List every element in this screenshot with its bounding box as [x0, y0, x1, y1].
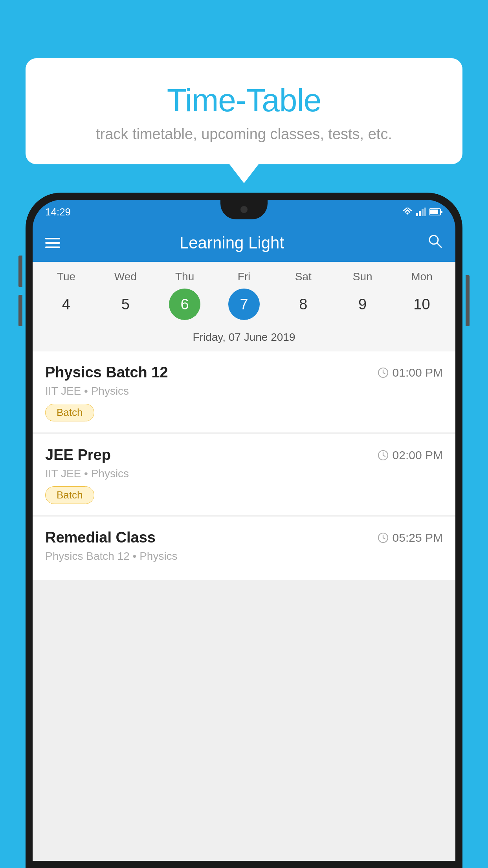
day-numbers: 4 5 6 7 8 9 10: [33, 289, 455, 327]
hamburger-line3: [45, 246, 60, 248]
app-bar: Learning Light: [33, 224, 455, 262]
tooltip-title: Time-Table: [41, 82, 447, 119]
search-button[interactable]: [427, 233, 443, 253]
volume-up-button: [18, 256, 22, 287]
day-8[interactable]: 8: [288, 289, 319, 320]
selected-date-label: Friday, 07 June 2019: [33, 327, 455, 351]
svg-point-7: [429, 235, 438, 244]
battery-icon: [429, 208, 443, 216]
phone-screen: 14:29: [33, 200, 455, 861]
day-label-sat: Sat: [288, 270, 319, 283]
day-7-selected[interactable]: 7: [228, 289, 260, 320]
svg-line-8: [437, 243, 441, 247]
notch: [220, 200, 268, 219]
class-card-3[interactable]: Remedial Class 05:25 PM Physics Batch 12…: [33, 517, 455, 580]
card-3-title: Remedial Class: [45, 529, 156, 546]
card-2-badge: Batch: [45, 486, 94, 504]
svg-rect-0: [416, 213, 418, 216]
volume-down-button: [18, 295, 22, 326]
day-label-thu: Thu: [169, 270, 200, 283]
wifi-icon: [402, 208, 413, 216]
card-2-header: JEE Prep 02:00 PM: [45, 447, 443, 463]
svg-line-14: [383, 455, 385, 456]
status-icons: [402, 208, 443, 216]
day-5[interactable]: 5: [110, 289, 141, 320]
hamburger-line1: [45, 238, 60, 239]
svg-rect-1: [419, 211, 421, 216]
day-10[interactable]: 10: [406, 289, 437, 320]
class-list: Physics Batch 12 01:00 PM IIT JEE • Phys…: [33, 351, 455, 861]
day-9[interactable]: 9: [347, 289, 378, 320]
svg-rect-5: [430, 210, 438, 214]
day-4[interactable]: 4: [50, 289, 82, 320]
app-title: Learning Light: [72, 234, 415, 252]
clock-icon-3: [378, 532, 389, 543]
svg-rect-3: [424, 208, 426, 216]
card-2-time-text: 02:00 PM: [393, 449, 443, 462]
card-3-header: Remedial Class 05:25 PM: [45, 529, 443, 546]
card-1-time: 01:00 PM: [378, 366, 443, 379]
day-label-mon: Mon: [406, 270, 437, 283]
card-1-time-text: 01:00 PM: [393, 366, 443, 379]
tooltip-card: Time-Table track timetable, upcoming cla…: [26, 58, 462, 164]
svg-line-11: [383, 373, 385, 374]
signal-icon: [416, 208, 426, 216]
day-label-fri: Fri: [228, 270, 260, 283]
card-2-subtitle: IIT JEE • Physics: [45, 467, 443, 480]
calendar-strip: Tue Wed Thu Fri Sat Sun Mon 4 5 6 7 8 9 …: [33, 262, 455, 351]
card-1-badge: Batch: [45, 404, 94, 421]
svg-line-17: [383, 538, 385, 539]
clock-icon-1: [378, 367, 389, 378]
card-1-subtitle: IIT JEE • Physics: [45, 385, 443, 397]
day-6-today[interactable]: 6: [169, 289, 200, 320]
hamburger-line2: [45, 242, 60, 244]
card-2-time: 02:00 PM: [378, 449, 443, 462]
card-3-time-text: 05:25 PM: [393, 531, 443, 544]
card-3-subtitle: Physics Batch 12 • Physics: [45, 550, 443, 563]
card-2-title: JEE Prep: [45, 447, 111, 463]
day-label-sun: Sun: [347, 270, 378, 283]
card-1-header: Physics Batch 12 01:00 PM: [45, 364, 443, 381]
status-time: 14:29: [45, 206, 71, 218]
class-card-2[interactable]: JEE Prep 02:00 PM IIT JEE • Physics Batc…: [33, 434, 455, 515]
phone-frame: 14:29: [26, 193, 462, 868]
menu-button[interactable]: [45, 238, 60, 248]
card-1-title: Physics Batch 12: [45, 364, 168, 381]
power-button: [466, 275, 470, 326]
screen-content: Tue Wed Thu Fri Sat Sun Mon 4 5 6 7 8 9 …: [33, 262, 455, 861]
svg-rect-6: [441, 211, 442, 213]
tooltip-subtitle: track timetable, upcoming classes, tests…: [41, 126, 447, 143]
svg-rect-2: [422, 209, 424, 216]
day-label-wed: Wed: [110, 270, 141, 283]
status-bar: 14:29: [33, 200, 455, 224]
clock-icon-2: [378, 450, 389, 461]
class-card-1[interactable]: Physics Batch 12 01:00 PM IIT JEE • Phys…: [33, 351, 455, 432]
card-3-time: 05:25 PM: [378, 531, 443, 544]
day-label-tue: Tue: [50, 270, 82, 283]
day-headers: Tue Wed Thu Fri Sat Sun Mon: [33, 270, 455, 289]
camera: [240, 206, 248, 213]
